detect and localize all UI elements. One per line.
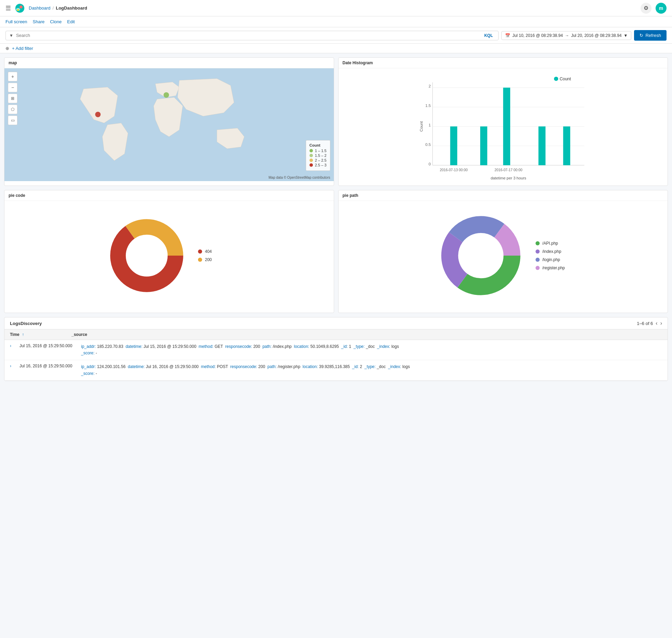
breadcrumb: Dashboard / LogDashboard [29, 5, 87, 11]
bar-4 [538, 126, 545, 165]
search-input[interactable] [16, 33, 479, 38]
pie-path-title: pie path [339, 190, 668, 201]
pie-path-svg [436, 211, 525, 300]
legend-dot-4 [309, 163, 313, 167]
pie-path-legend: /API.php /index.php /login.php /register… [536, 241, 570, 270]
pie-code-legend: 404 200 [198, 249, 232, 262]
svg-point-3 [17, 9, 19, 11]
pie-code-legend-404: 404 [198, 249, 232, 254]
expand-row-2-button[interactable]: › [10, 364, 11, 368]
x-axis-label: datetime per 3 hours [490, 176, 526, 180]
pagination-prev[interactable]: ‹ [656, 320, 657, 326]
svg-text:1: 1 [429, 123, 431, 127]
settings-button[interactable]: ⚙ [641, 3, 651, 14]
date-picker[interactable]: 📅 Jul 10, 2016 @ 08:29:38.94 → Jul 20, 2… [501, 31, 631, 40]
map-attribution: Map data © OpenStreetMap contributors [268, 176, 330, 179]
pagination: 1–6 of 6 ‹ › [637, 320, 662, 326]
table-columns: Time ↑ _source [4, 329, 668, 340]
legend-label-index: /index.php [542, 249, 561, 254]
map-panel-title: map [4, 58, 334, 68]
histogram-panel: Date Histogram Count 0 0.5 1 1.5 2 [338, 57, 668, 186]
table-title: LogsDiscovery [10, 321, 42, 326]
map-panel: map [4, 57, 334, 186]
refresh-icon: ↻ [640, 33, 643, 38]
fit-bounds-button[interactable]: ⊞ [8, 94, 17, 103]
legend-color-api [536, 241, 540, 245]
pie-path-legend-api: /API.php [536, 241, 570, 246]
col-source-header: _source [71, 332, 662, 337]
svg-text:0: 0 [429, 162, 431, 166]
breadcrumb-separator: / [53, 5, 54, 11]
date-dropdown-icon: ▼ [624, 33, 628, 38]
breadcrumb-parent[interactable]: Dashboard [29, 5, 51, 11]
expand-row-1-button[interactable]: › [10, 343, 11, 348]
legend-item-2: 1.5 – 2 [309, 153, 327, 158]
legend-label-404: 404 [205, 249, 212, 254]
date-to: Jul 20, 2016 @ 08:29:38.94 [571, 33, 622, 38]
edit-link[interactable]: Edit [67, 19, 75, 24]
search-dropdown-icon[interactable]: ▼ [9, 33, 13, 38]
top-bar: ☰ Dashboard / LogDashboard ⚙ m [0, 0, 672, 16]
map-svg [4, 68, 334, 181]
date-arrow: → [565, 33, 569, 38]
pie-path-panel: pie path [338, 190, 668, 313]
date-from: Jul 10, 2016 @ 08:29:38.94 [512, 33, 563, 38]
legend-range-3: 2 – 2.5 [315, 158, 327, 162]
row-1-source: ip_addr: 185.220.70.83 datetime: Jul 15,… [81, 343, 662, 356]
svg-point-6 [163, 92, 169, 98]
pagination-next[interactable]: › [660, 320, 662, 326]
legend-color-200 [198, 258, 202, 262]
pie-path-content: /API.php /index.php /login.php /register… [339, 201, 668, 310]
hamburger-icon[interactable]: ☰ [5, 4, 11, 12]
legend-label-200: 200 [205, 257, 212, 262]
table-row[interactable]: › Jul 15, 2016 @ 15:29:50.000 ip_addr: 1… [4, 340, 668, 360]
pie-path-legend-index: /index.php [536, 249, 570, 254]
map-container[interactable]: + − ⊞ ⬠ ▭ Count 1 – 1.5 [4, 68, 334, 181]
user-avatar[interactable]: m [656, 3, 667, 14]
bar-5 [563, 126, 570, 165]
polygon-tool-button[interactable]: ⬠ [8, 105, 17, 114]
legend-label-login: /login.php [542, 257, 560, 262]
refresh-button[interactable]: ↻ Refresh [634, 30, 667, 41]
svg-text:2016-07-17 00:00: 2016-07-17 00:00 [495, 168, 523, 172]
rectangle-tool-button[interactable]: ▭ [8, 116, 17, 125]
zoom-in-button[interactable]: + [8, 72, 17, 81]
calendar-icon: 📅 [505, 33, 510, 38]
table-row[interactable]: › Jul 16, 2016 @ 15:29:50.000 ip_addr: 1… [4, 360, 668, 380]
row-2-source: ip_addr: 124.200.101.56 datetime: Jul 16… [81, 364, 662, 377]
svg-text:1.5: 1.5 [425, 104, 431, 108]
kql-badge[interactable]: KQL [482, 32, 495, 39]
zoom-out-button[interactable]: − [8, 83, 17, 92]
bar-3 [503, 87, 510, 165]
kibana-logo [15, 3, 25, 13]
svg-text:2: 2 [429, 84, 431, 88]
svg-text:2016-07-13 00:00: 2016-07-13 00:00 [440, 168, 468, 172]
fullscreen-link[interactable]: Full screen [5, 19, 27, 24]
svg-text:0.5: 0.5 [425, 142, 431, 147]
map-legend-title: Count [309, 143, 327, 147]
y-axis-label: Count [419, 121, 423, 132]
legend-item-1: 1 – 1.5 [309, 149, 327, 153]
map-panel-content: + − ⊞ ⬠ ▭ Count 1 – 1.5 [4, 68, 334, 181]
bar-2 [480, 126, 487, 165]
search-input-wrapper[interactable]: ▼ KQL [5, 31, 499, 40]
pie-code-center [126, 235, 167, 276]
bar-1 [450, 126, 457, 165]
legend-item-4: 2.5 – 3 [309, 163, 327, 167]
pie-code-svg [106, 215, 188, 297]
pie-path-legend-login: /login.php [536, 257, 570, 262]
svg-point-7 [554, 77, 558, 81]
clone-link[interactable]: Clone [50, 19, 62, 24]
filter-icon[interactable]: ⊕ [5, 46, 9, 51]
sort-icon: ↑ [22, 332, 24, 337]
svg-point-0 [15, 3, 24, 12]
col-time-header: Time ↑ [10, 332, 65, 337]
legend-range-2: 1.5 – 2 [315, 153, 327, 158]
pie-path-legend-register: /register.php [536, 266, 570, 270]
legend-color-login [536, 258, 540, 262]
row-1: map [4, 57, 668, 186]
share-link[interactable]: Share [33, 19, 45, 24]
pie-path-center [459, 233, 503, 278]
add-filter-button[interactable]: + Add filter [12, 46, 33, 51]
legend-dot-2 [309, 154, 313, 157]
